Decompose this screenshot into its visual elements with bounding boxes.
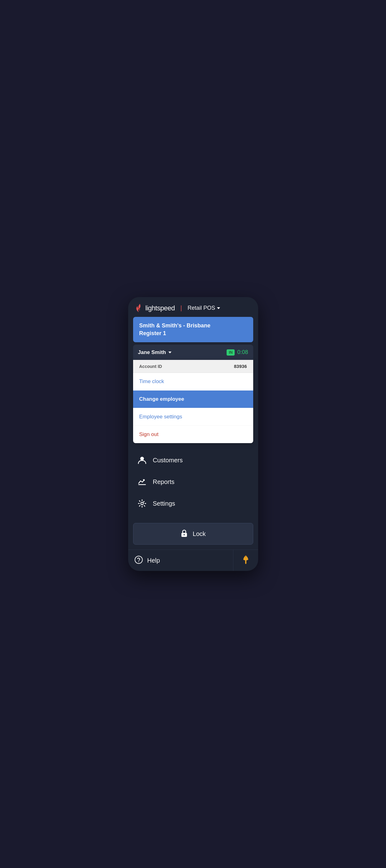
svg-point-6 xyxy=(138,561,139,562)
nav-item-customers[interactable]: Customers xyxy=(135,449,252,471)
nav-item-settings[interactable]: Settings xyxy=(135,493,252,514)
account-id-label: Account ID xyxy=(139,364,162,369)
svg-point-2 xyxy=(141,502,143,505)
lightspeed-logo-icon xyxy=(135,303,143,313)
logo-area: lightspeed xyxy=(135,303,175,313)
settings-label: Settings xyxy=(153,500,175,507)
help-label: Help xyxy=(147,557,160,564)
sign-out-menu-item[interactable]: Sign out xyxy=(133,426,253,443)
store-name: Smith & Smith's - Brisbane Register 1 xyxy=(139,322,247,337)
clock-time: 0:08 xyxy=(237,349,248,355)
time-area: IN 0:08 xyxy=(227,349,248,355)
lock-icon xyxy=(180,529,188,539)
customers-label: Customers xyxy=(153,457,183,464)
employee-dropdown-button[interactable]: Jane Smith xyxy=(138,349,172,355)
reports-icon xyxy=(137,476,147,487)
footer: Help xyxy=(128,550,258,571)
svg-point-5 xyxy=(135,556,142,563)
help-button[interactable]: Help xyxy=(128,550,233,571)
help-icon xyxy=(135,555,143,565)
lock-label: Lock xyxy=(192,530,206,537)
employee-dropdown-menu: Account ID 83936 Time clock Change emplo… xyxy=(133,360,253,443)
employee-settings-menu-item[interactable]: Employee settings xyxy=(133,408,253,426)
lock-button[interactable]: Lock xyxy=(133,523,253,545)
settings-icon xyxy=(137,498,147,509)
nav-item-reports[interactable]: Reports xyxy=(135,471,252,493)
store-banner[interactable]: Smith & Smith's - Brisbane Register 1 xyxy=(133,317,253,342)
pin-button[interactable] xyxy=(233,550,258,571)
pin-icon xyxy=(241,555,250,566)
in-badge: IN xyxy=(227,349,235,355)
header: lightspeed | Retail POS xyxy=(128,297,258,317)
svg-point-0 xyxy=(140,457,144,461)
employee-row: Jane Smith IN 0:08 xyxy=(133,345,253,360)
header-divider: | xyxy=(180,305,182,312)
time-clock-menu-item[interactable]: Time clock xyxy=(133,373,253,391)
account-row: Account ID 83936 xyxy=(133,360,253,373)
logo-text: lightspeed xyxy=(146,304,175,312)
employee-name: Jane Smith xyxy=(138,349,166,355)
nav-section: Customers Reports Settings xyxy=(128,443,258,521)
header-product[interactable]: Retail POS xyxy=(187,305,220,311)
svg-point-4 xyxy=(183,534,185,535)
employee-dropdown-arrow-icon xyxy=(169,351,172,353)
reports-label: Reports xyxy=(153,478,175,486)
account-id-value: 83936 xyxy=(234,364,247,369)
change-employee-menu-item[interactable]: Change employee xyxy=(133,391,253,408)
customer-icon xyxy=(137,455,147,465)
product-dropdown-arrow-icon xyxy=(217,307,220,309)
phone-container: lightspeed | Retail POS Smith & Smith's … xyxy=(128,297,258,571)
